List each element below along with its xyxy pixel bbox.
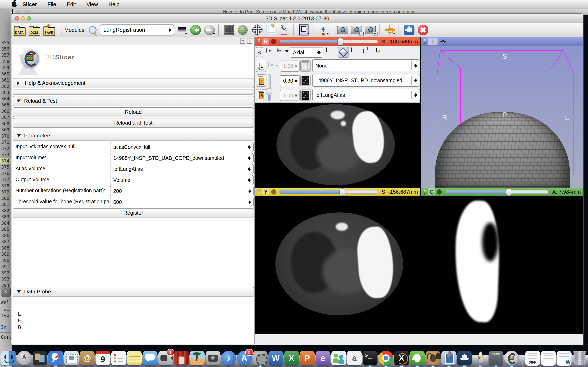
pin-icon[interactable] (257, 189, 261, 195)
crosshair-button[interactable] (383, 24, 396, 36)
dock-item-word-doc[interactable] (557, 351, 571, 367)
orientation-combobox[interactable]: Axial (290, 47, 323, 58)
extensions-button[interactable] (403, 24, 415, 36)
dicom-button[interactable]: DCM (28, 24, 41, 36)
yellow-slice-slider[interactable] (279, 190, 378, 194)
green-slice-bar[interactable]: G A: 7.984mm (421, 188, 583, 196)
dock-item-finder[interactable] (1, 351, 16, 367)
reload-button[interactable]: Reload (13, 107, 254, 117)
dock-item-python[interactable] (473, 351, 488, 367)
threed-viewport[interactable]: S R P L (421, 46, 583, 188)
scene-views-button[interactable] (223, 24, 235, 36)
menu-item-file[interactable]: File (48, 1, 56, 8)
dock-item-messenger[interactable] (331, 351, 346, 367)
red-slice-slider[interactable] (279, 40, 378, 43)
dock-item-photos[interactable] (33, 351, 47, 367)
background-colormap-button[interactable] (300, 90, 311, 101)
browser-zoom-button[interactable] (26, 10, 30, 14)
foreground-opacity-spinbox[interactable]: 0.30 (280, 75, 300, 86)
layout-button[interactable] (297, 24, 310, 36)
pin-icon[interactable] (423, 189, 426, 195)
forward-button[interactable] (203, 24, 216, 36)
menu-item-view[interactable]: View (86, 1, 98, 8)
module-selector-combobox[interactable]: LungRegistration (100, 25, 174, 35)
dock-item-text-doc[interactable] (541, 351, 555, 367)
section-parameters[interactable]: Parameters (13, 131, 254, 141)
slice-link-icon[interactable] (271, 39, 276, 44)
dock-item-safari[interactable] (48, 351, 63, 367)
brightness-icon[interactable] (277, 48, 279, 52)
green-slice-viewport[interactable] (421, 196, 583, 334)
dock-item-launchpad[interactable] (17, 351, 32, 367)
section-help-acknowledgement[interactable]: Help & Acknowledgement (13, 78, 254, 88)
dock-item-chrome[interactable] (379, 351, 393, 367)
dock-item-contacts[interactable] (80, 351, 95, 367)
background-volume-combobox[interactable]: leftLungAtlas (312, 89, 420, 101)
dock-item-calendar[interactable] (95, 351, 110, 367)
dock-item-iphoto[interactable] (190, 351, 205, 367)
dock-item-mail[interactable] (64, 351, 79, 367)
field-spinbox-5[interactable]: 200 (110, 186, 254, 196)
dock-item-reminders[interactable] (111, 351, 126, 367)
label-outline-icon[interactable] (376, 48, 377, 52)
pin-icon[interactable] (257, 39, 261, 45)
load-data-button[interactable]: DATA (13, 24, 26, 36)
dock-item-trash[interactable] (572, 351, 587, 367)
section-reload-test[interactable]: Reload & Test (13, 96, 254, 106)
module-search-icon[interactable] (89, 26, 96, 34)
dock-item-alfred[interactable] (457, 351, 472, 367)
dock-item-app-store[interactable]: 2 (237, 351, 252, 367)
collapse-controller-button[interactable]: « (256, 47, 263, 57)
scene-capture-button[interactable] (350, 24, 363, 36)
dock-item-emacs[interactable] (426, 351, 440, 367)
dock-item-photo-booth[interactable] (174, 351, 189, 367)
yellow-slice-bar[interactable]: Y S: -156.687mm (255, 188, 420, 196)
annotations-button[interactable] (278, 24, 291, 36)
dropdown-arrow-icon[interactable] (276, 65, 279, 68)
center-view-icon[interactable] (440, 39, 446, 45)
dock-item-image-capture[interactable] (206, 351, 220, 367)
save-button[interactable]: SAVE (43, 24, 56, 36)
spacing-ruler-icon[interactable] (363, 50, 364, 53)
dropdown-arrow-icon[interactable] (285, 50, 288, 54)
slice-link-icon[interactable] (437, 189, 442, 194)
window-title-bar[interactable]: 3D Slicer 4.2.0-2013-07-30 (11, 14, 583, 23)
menu-item-help[interactable]: Help (108, 1, 119, 8)
reload-and-test-button[interactable]: Reload and Test (13, 118, 254, 128)
close-module-button[interactable] (417, 24, 429, 36)
combo-spinner[interactable] (165, 26, 174, 34)
background-layer-button[interactable]: B (256, 89, 267, 101)
browser-minimize-button[interactable] (22, 10, 25, 14)
dock-item-font-book[interactable] (347, 351, 362, 367)
red-slice-viewport[interactable] (255, 103, 420, 188)
apple-menu-icon[interactable] (12, 1, 17, 7)
dock-item-exec[interactable] (489, 351, 503, 367)
pin-icon[interactable] (423, 39, 426, 45)
dock-item-evernote[interactable] (410, 351, 425, 367)
label-layer-button[interactable]: L (256, 60, 267, 72)
dock-item-messages[interactable] (143, 351, 157, 367)
red-slice-bar[interactable]: R S: -160.500mm (255, 37, 420, 46)
slice-link-icon[interactable] (271, 189, 276, 194)
foreground-colormap-button[interactable] (300, 75, 311, 86)
dock-item-slicer[interactable] (504, 351, 519, 367)
section-data-probe[interactable]: Data Probe (13, 287, 254, 297)
slice-grid-icon[interactable] (326, 48, 327, 52)
panel-close-icon[interactable]: × (247, 39, 252, 44)
label-colormap-button[interactable] (300, 60, 311, 72)
panel-float-icon[interactable]: ⧉ (240, 39, 245, 44)
field-combobox-1[interactable]: atlasConvexHull (110, 142, 254, 152)
capture-button[interactable] (336, 24, 349, 36)
scene-restore-button[interactable] (364, 24, 377, 36)
dock-item-notes[interactable] (127, 351, 142, 367)
back-button[interactable] (189, 24, 202, 36)
dock-item-itunes[interactable] (221, 351, 236, 367)
compositing-icon[interactable] (351, 48, 352, 52)
editor-button[interactable] (264, 24, 277, 36)
yellow-slice-viewport[interactable] (255, 196, 420, 334)
dock-item-terminal[interactable] (363, 351, 378, 367)
dock-item-word[interactable] (268, 351, 283, 367)
label-visibility-icon[interactable] (268, 63, 269, 67)
threed-view-bar[interactable]: 1 (421, 37, 583, 46)
dock-item-powerpoint[interactable] (300, 351, 315, 367)
